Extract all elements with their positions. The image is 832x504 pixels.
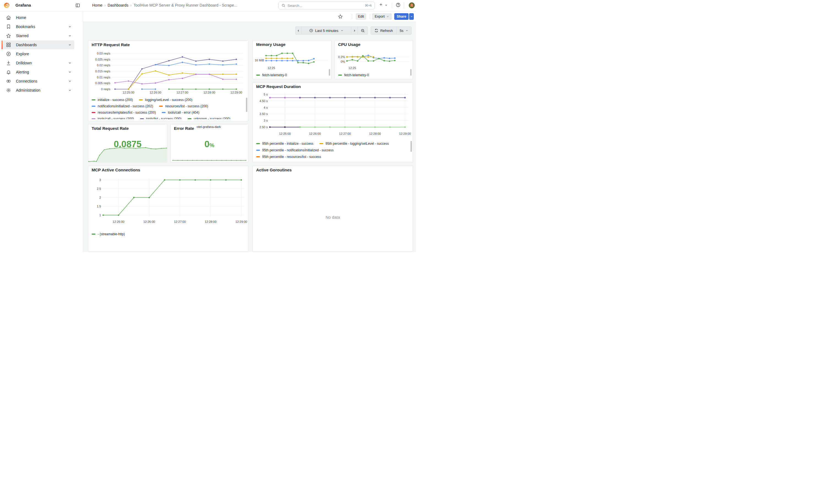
- mcp-request-duration-chart: 5 s4.50 s4 s3.50 s3 s2.50 s12:25:0012:26…: [253, 82, 413, 137]
- time-range-label: Last 5 minutes: [315, 29, 338, 33]
- legend-label: 95th percentile - notifications/initiali…: [262, 148, 334, 152]
- breadcrumb-item[interactable]: Dashboards: [108, 3, 129, 7]
- legend-item[interactable]: 95th percentile - notifications/initiali…: [256, 148, 334, 152]
- gear-icon: [6, 88, 11, 93]
- svg-text:2.5: 2.5: [97, 187, 101, 190]
- legend-item[interactable]: tools/call - error (404): [162, 111, 199, 114]
- time-back-button[interactable]: [295, 26, 302, 35]
- legend-scrollbar[interactable]: [411, 141, 412, 152]
- legend-item[interactable]: fetch-telemetry-0: [256, 73, 287, 77]
- share-chevron-button[interactable]: [409, 13, 414, 20]
- legend-item[interactable]: notifications/initialized - success (202…: [92, 104, 153, 108]
- nav-divider: [392, 2, 392, 8]
- sidebar-item-dashboards[interactable]: Dashboards: [2, 41, 74, 49]
- time-range-picker[interactable]: Last 5 minutes: [301, 26, 352, 35]
- sidebar-item-drilldown[interactable]: Drilldown: [2, 59, 74, 68]
- panel-title: Active Goroutines: [256, 167, 292, 172]
- legend-marker: [256, 143, 260, 144]
- svg-text:3 s: 3 s: [264, 119, 268, 122]
- legend-item[interactable]: resources/list - success (200): [159, 104, 208, 108]
- mcp-active-connections-chart: 32.521.5112:25:0012:26:0012:27:0012:28:0…: [88, 166, 249, 226]
- panel-memory-usage[interactable]: Memory Usage 16 MiB12:25 fetch-telemetry…: [253, 40, 332, 79]
- no-data-message: No data: [253, 215, 413, 219]
- legend-item[interactable]: initialize - success (200): [92, 98, 133, 102]
- legend-label: fetch-telemetry-0: [262, 73, 287, 77]
- svg-text:12:27:00: 12:27:00: [177, 91, 188, 94]
- chevron-down-icon: [68, 80, 72, 83]
- legend-marker: [159, 106, 163, 107]
- legend-scrollbar[interactable]: [329, 69, 330, 76]
- legend-item[interactable]: 95th percentile - resources/list - succe…: [256, 155, 321, 159]
- svg-text:0.005 req/s: 0.005 req/s: [95, 81, 111, 85]
- duration-legend: 95th percentile - initialize - success95…: [256, 140, 409, 161]
- sidebar-toggle-icon[interactable]: [75, 3, 80, 8]
- panel-title: MCP Active Connections: [92, 167, 140, 172]
- legend-item[interactable]: tools/call - success (200): [92, 117, 134, 120]
- help-icon[interactable]: [396, 2, 400, 7]
- svg-text:12:29:00: 12:29:00: [235, 220, 248, 223]
- legend-item[interactable]: unknown - success (200): [188, 117, 230, 120]
- refresh-interval-picker[interactable]: 5s: [396, 26, 412, 35]
- sidebar-item-label: Dashboards: [16, 43, 68, 47]
- panel-title: Memory Usage: [256, 42, 286, 47]
- add-chevron-down-icon[interactable]: [385, 4, 388, 7]
- sidebar-item-bookmarks[interactable]: Bookmarks: [2, 22, 74, 31]
- panel-active-goroutines[interactable]: Active Goroutines No data: [253, 166, 413, 251]
- legend-marker: [319, 143, 323, 144]
- panel-title: Total Request Rate: [92, 126, 129, 131]
- svg-text:0.02 req/s: 0.02 req/s: [97, 63, 110, 67]
- legend-item[interactable]: fetch-telemetry-0: [338, 73, 369, 77]
- svg-text:12:28:00: 12:28:00: [204, 91, 215, 94]
- legend-marker: [139, 99, 143, 100]
- search-icon: [282, 4, 285, 7]
- legend-item[interactable]: tools/list - success (200): [140, 117, 182, 120]
- legend-marker: [256, 156, 260, 157]
- sidebar-item-label: Explore: [16, 52, 74, 56]
- legend-label: tools/list - success (200): [146, 117, 182, 120]
- legend-label: resources/list - success (200): [165, 104, 208, 108]
- zoom-out-button[interactable]: [357, 26, 368, 35]
- legend-scrollbar[interactable]: [410, 69, 412, 76]
- add-button[interactable]: [379, 2, 383, 7]
- user-avatar[interactable]: [409, 2, 415, 8]
- export-button[interactable]: Export: [372, 13, 392, 20]
- svg-text:4.50 s: 4.50 s: [259, 99, 268, 103]
- search-input[interactable]: Search... ⌘+k: [279, 2, 375, 9]
- legend-item[interactable]: resources/templates/list - success (200): [92, 111, 156, 114]
- share-button[interactable]: Share: [394, 13, 409, 20]
- legend-item[interactable]: logging/setLevel - success (200): [139, 98, 192, 102]
- breadcrumb-item[interactable]: Home: [92, 3, 102, 7]
- svg-text:0.2%: 0.2%: [338, 55, 345, 59]
- edit-button[interactable]: Edit: [356, 13, 366, 20]
- legend-scrollbar[interactable]: [246, 98, 248, 112]
- sidebar: HomeBookmarksStarredDashboardsExploreDri…: [0, 11, 83, 252]
- panel-total-request-rate[interactable]: Total Request Rate 0.0875: [88, 124, 167, 162]
- svg-text:12:25:00: 12:25:00: [279, 132, 291, 135]
- sidebar-item-starred[interactable]: Starred: [2, 31, 74, 40]
- refresh-interval-label: 5s: [400, 29, 404, 33]
- legend-item[interactable]: 95th percentile - initialize - success: [256, 142, 313, 145]
- sidebar-item-administration[interactable]: Administration: [2, 86, 74, 95]
- legend-label: 95th percentile - resources/list - succe…: [262, 155, 321, 159]
- favorite-star-icon[interactable]: [338, 14, 343, 19]
- panel-http-request-rate[interactable]: HTTP Request Rate 0 req/s0.005 req/s0.01…: [88, 41, 249, 121]
- legend-item[interactable]: 95th percentile - logging/setLevel - suc…: [319, 142, 389, 145]
- chevron-down-icon: [68, 43, 72, 47]
- panel-mcp-request-duration[interactable]: MCP Request Duration 5 s4.50 s4 s3.50 s3…: [253, 82, 413, 162]
- sidebar-item-connections[interactable]: Connections: [2, 77, 74, 85]
- legend-marker: [92, 118, 96, 120]
- svg-text:0.03 req/s: 0.03 req/s: [97, 52, 110, 55]
- panel-mcp-active-connections[interactable]: MCP Active Connections 32.521.5112:25:00…: [88, 166, 249, 251]
- panel-cpu-usage[interactable]: CPU Usage 0.2%0%12:25 fetch-telemetry-0: [335, 40, 413, 79]
- legend-item[interactable]: - (streamable-http): [92, 232, 125, 236]
- svg-text:12:25:00: 12:25:00: [123, 91, 134, 94]
- sidebar-item-explore[interactable]: Explore: [2, 50, 74, 58]
- sidebar-item-alerting[interactable]: Alerting: [2, 68, 74, 77]
- breadcrumb-item: ToolHive MCP Server & Proxy Runner Dashb…: [133, 3, 237, 7]
- http-legend: initialize - success (200)logging/setLev…: [92, 97, 244, 119]
- refresh-button[interactable]: Refresh: [371, 26, 397, 35]
- time-forward-button[interactable]: [351, 26, 358, 35]
- svg-text:2: 2: [99, 196, 101, 199]
- panel-error-rate[interactable]: Error Rate otel-grafana-dark 0%: [170, 124, 249, 162]
- sidebar-item-home[interactable]: Home: [2, 13, 74, 22]
